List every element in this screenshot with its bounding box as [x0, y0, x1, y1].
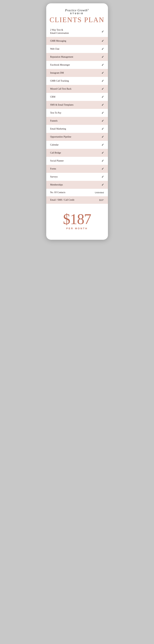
check-icon-gmb-messaging: ✓: [101, 39, 104, 43]
per-month-label: PER MONTH: [50, 227, 105, 230]
feature-label-missed-call-text-back: Missed Call Text Back: [50, 88, 100, 90]
feature-row-gmb-call-tracking: GMB Call Tracking✓: [46, 77, 108, 85]
feature-label-call-bridge: Call Bridge: [50, 151, 100, 154]
check-icon-funnels: ✓: [101, 119, 104, 123]
check-icon-gmb-call-tracking: ✓: [101, 79, 104, 83]
feature-label-email-marketing: Email Marketing: [50, 127, 100, 130]
feature-label-no-of-contacts: No. Of Contacts: [50, 191, 93, 194]
feature-label-reputation-management: Reputation Management: [50, 56, 100, 58]
check-icon-text-to-pay: ✓: [101, 111, 104, 115]
plan-title: CLIENTS PLAN: [50, 16, 105, 24]
price-amount: $187: [50, 212, 105, 226]
feature-label-funnels: Funnels: [50, 120, 100, 122]
feature-row-missed-call-text-back: Missed Call Text Back✓: [46, 85, 108, 93]
feature-label-memberships: Memberships: [50, 183, 100, 186]
feature-row-text-to-pay: Text To Pay✓: [46, 109, 108, 117]
check-icon-sms-email-templates: ✓: [101, 103, 104, 107]
feature-row-opportunities-pipeline: Opportunities Pipeline✓: [46, 133, 108, 141]
feature-label-calendar: Calendar: [50, 143, 100, 146]
feature-row-gmb-messaging: GMB Messaging✓: [46, 37, 108, 45]
feature-row-sms-email-templates: SMS & Email Templates✓: [46, 101, 108, 109]
feature-row-two-way-text: 2 Way Text & Email Conversation✓: [46, 26, 108, 37]
check-icon-surveys: ✓: [101, 175, 104, 179]
logo: Practice Growth® STUDIO: [50, 9, 105, 15]
feature-label-sms-email-templates: SMS & Email Templates: [50, 104, 100, 106]
feature-label-gmb-messaging: GMB Messaging: [50, 40, 100, 42]
check-icon-social-planner: ✓: [101, 159, 104, 163]
check-icon-reputation-management: ✓: [101, 55, 104, 59]
feature-row-reputation-management: Reputation Management✓: [46, 53, 108, 61]
feature-row-call-bridge: Call Bridge✓: [46, 149, 108, 157]
check-icon-facebook-messenger: ✓: [101, 63, 104, 67]
pricing-section: $187 PER MONTH: [46, 204, 108, 233]
logo-growth: Growth: [77, 9, 87, 12]
feature-row-funnels: Funnels✓: [46, 117, 108, 125]
feature-row-social-planner: Social Planner✓: [46, 157, 108, 165]
feature-row-instagram-dm: Instagram DM✓: [46, 69, 108, 77]
feature-label-instagram-dm: Instagram DM: [50, 72, 100, 74]
feature-label-social-planner: Social Planner: [50, 159, 100, 162]
feature-label-gmb-call-tracking: GMB Call Tracking: [50, 80, 100, 82]
feature-label-web-chat: Web Chat: [50, 48, 100, 50]
value-text-email-sms-call-credit: $10^: [99, 199, 104, 201]
feature-row-calendar: Calendar✓: [46, 141, 108, 149]
feature-row-email-marketing: Email Marketing✓: [46, 125, 108, 133]
feature-row-forms: Forms✓: [46, 165, 108, 173]
check-icon-memberships: ✓: [101, 183, 104, 187]
feature-row-facebook-messenger: Facebook Messenger✓: [46, 61, 108, 69]
card-header: Practice Growth® STUDIO CLIENTS PLAN: [46, 3, 108, 26]
logo-studio: STUDIO: [50, 12, 105, 15]
feature-label-two-way-text: 2 Way Text & Email Conversation: [50, 28, 100, 35]
check-icon-web-chat: ✓: [101, 47, 104, 51]
check-icon-missed-call-text-back: ✓: [101, 87, 104, 91]
feature-label-text-to-pay: Text To Pay: [50, 112, 100, 114]
feature-label-surveys: Surveys: [50, 175, 100, 178]
logo-practice: Practice: [65, 9, 77, 12]
check-icon-call-bridge: ✓: [101, 151, 104, 155]
feature-label-forms: Forms: [50, 167, 100, 170]
pricing-card: Practice Growth® STUDIO CLIENTS PLAN 2 W…: [46, 3, 108, 240]
feature-row-surveys: Surveys✓: [46, 173, 108, 181]
feature-label-email-sms-call-credit: Email / SMS / Call Credit: [50, 198, 98, 202]
check-icon-email-marketing: ✓: [101, 127, 104, 131]
check-icon-instagram-dm: ✓: [101, 71, 104, 75]
check-icon-two-way-text: ✓: [101, 30, 104, 34]
feature-row-memberships: Memberships✓: [46, 181, 108, 189]
feature-label-opportunities-pipeline: Opportunities Pipeline: [50, 135, 100, 138]
feature-label-facebook-messenger: Facebook Messenger: [50, 64, 100, 66]
check-icon-calendar: ✓: [101, 143, 104, 147]
feature-row-crm: CRM✓: [46, 93, 108, 101]
feature-row-email-sms-call-credit: Email / SMS / Call Credit$10^: [46, 196, 108, 204]
features-list: 2 Way Text & Email Conversation✓GMB Mess…: [46, 26, 108, 204]
value-text-no-of-contacts: Unlimited: [95, 191, 104, 194]
feature-row-web-chat: Web Chat✓: [46, 45, 108, 53]
check-icon-opportunities-pipeline: ✓: [101, 135, 104, 139]
feature-label-crm: CRM: [50, 96, 100, 98]
feature-row-no-of-contacts: No. Of ContactsUnlimited: [46, 189, 108, 196]
check-icon-crm: ✓: [101, 95, 104, 99]
check-icon-forms: ✓: [101, 167, 104, 171]
